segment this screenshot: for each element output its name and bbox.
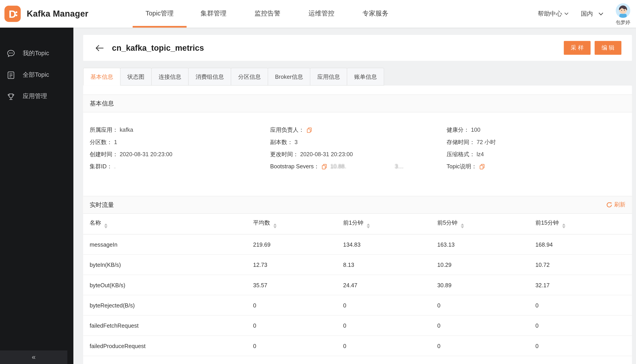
info-field: 健康分： 100 [446, 126, 626, 134]
info-field: 应用负责人： [270, 126, 446, 134]
realtime-metrics-table: 名称 平均数 前1分钟 前5分钟 前15分钟 messageIn 219.69 … [83, 214, 632, 364]
detail-tabs: 基本信息 状态图 连接信息 消费组信息 分区信息 Broker信息 应用信息 账… [83, 68, 632, 86]
sample-button[interactable]: 采 样 [564, 41, 590, 55]
field-value: . [114, 162, 116, 171]
field-label: 所属应用： [90, 126, 118, 134]
sort-icon[interactable] [367, 224, 370, 228]
brand-name: Kafka Manager [27, 9, 88, 19]
column-header-5min: 前5分钟 [431, 214, 529, 234]
copy-icon[interactable] [322, 164, 327, 169]
field-label: 更改时间： [270, 150, 299, 159]
tab-connection-info[interactable]: 连接信息 [151, 68, 188, 86]
column-header-15min: 前15分钟 [529, 214, 632, 234]
detail-card: 基本信息 所属应用： kafka 应用负责人： 健康分： 100 [83, 86, 632, 364]
metric-value: 0 [247, 315, 337, 336]
nav-item-topic[interactable]: Topic管理 [133, 0, 186, 28]
metric-value: 0.64 [337, 356, 431, 364]
field-label: 创建时间： [90, 150, 118, 159]
avatar [616, 3, 630, 18]
metric-value: 0 [247, 295, 337, 315]
tab-broker-info[interactable]: Broker信息 [268, 68, 310, 86]
info-field: 副本数： 3 [270, 138, 446, 146]
sidebar-item-all-topic[interactable]: 全部Topic [0, 64, 74, 86]
sort-icon[interactable] [273, 224, 276, 228]
brand[interactable]: D Kafka Manager [4, 5, 88, 22]
sort-icon[interactable] [562, 224, 565, 228]
copy-icon[interactable] [306, 127, 312, 133]
table-row: byteOut(KB/s) 35.57 24.47 30.89 32.17 [83, 275, 632, 295]
vessel-icon [6, 92, 16, 101]
help-center-label: 帮助中心 [538, 10, 562, 18]
sidebar-item-my-topic[interactable]: 我的Topic [0, 43, 74, 64]
tab-app-info[interactable]: 应用信息 [310, 68, 347, 86]
field-value: 72 小时 [477, 138, 496, 146]
metric-value: 0 [529, 336, 632, 356]
table-row: messageIn 219.69 134.83 163.13 168.94 [83, 234, 632, 254]
field-value: 1 [114, 138, 117, 146]
nav-item-ops[interactable]: 运维管控 [294, 0, 348, 28]
tab-partition-info[interactable]: 分区信息 [231, 68, 268, 86]
basic-info-grid: 所属应用： kafka 应用负责人： 健康分： 100 分区数： [83, 112, 632, 187]
refresh-icon [606, 202, 612, 208]
tab-bill-info[interactable]: 账单信息 [347, 68, 384, 86]
metric-value: 30.89 [431, 275, 529, 295]
metric-value: 0 [529, 295, 632, 315]
user-menu[interactable]: 包梦婷 [616, 3, 630, 26]
app-root: D Kafka Manager Topic管理 集群管理 监控告警 运维管控 专… [0, 0, 636, 364]
sort-icon[interactable] [104, 224, 108, 228]
nav-item-monitor[interactable]: 监控告警 [240, 0, 294, 28]
metric-value: 10.29 [431, 254, 529, 275]
sidebar-item-app-manage[interactable]: 应用管理 [0, 86, 74, 107]
metric-name: byteOut(KB/s) [83, 275, 247, 295]
column-header-label: 前5分钟 [437, 220, 457, 226]
page-title: cn_kafka_topic_metrics [112, 43, 204, 52]
chevron-down-icon [564, 12, 569, 15]
field-label: 健康分： [446, 126, 469, 134]
tab-basic-info[interactable]: 基本信息 [83, 68, 120, 86]
region-label: 国内 [581, 10, 593, 18]
info-field: Bootstrap Severs： 10.88. 3… [270, 162, 446, 171]
metric-value: 163.13 [431, 234, 529, 254]
column-header-name: 名称 [83, 214, 247, 234]
metric-value: 168.94 [529, 234, 632, 254]
sidebar-item-label: 全部Topic [23, 71, 49, 78]
nav-item-expert[interactable]: 专家服务 [348, 0, 402, 28]
help-center-menu[interactable]: 帮助中心 [538, 10, 569, 18]
sidebar-collapse-button[interactable]: « [0, 350, 67, 364]
metric-value: 0 [431, 315, 529, 336]
sidebar: 我的Topic 全部Topic 应用管理 « [0, 28, 74, 364]
header-actions: 采 样 编 辑 [564, 41, 622, 55]
navbar-right: 帮助中心 国内 包梦婷 [538, 0, 630, 28]
metric-value: 219.69 [247, 234, 337, 254]
metric-name: messageIn [83, 234, 247, 254]
tab-consumer-group-info[interactable]: 消费组信息 [188, 68, 231, 86]
region-menu[interactable]: 国内 [581, 10, 604, 18]
tab-status-chart[interactable]: 状态图 [120, 68, 152, 86]
info-field: 集群ID： . [90, 162, 270, 171]
refresh-label: 刷新 [614, 201, 626, 208]
edit-button[interactable]: 编 辑 [595, 41, 622, 55]
field-value: 100 [471, 126, 480, 134]
svg-text:D: D [9, 8, 16, 20]
info-field: 分区数： 1 [90, 138, 270, 146]
metric-value: 0 [247, 336, 337, 356]
metric-value: 134.83 [337, 234, 431, 254]
refresh-button[interactable]: 刷新 [606, 201, 626, 208]
metric-value: 0.77 [529, 356, 632, 364]
nav-item-cluster[interactable]: 集群管理 [186, 0, 240, 28]
section-title: 基本信息 [90, 100, 114, 107]
sort-icon[interactable] [461, 224, 464, 228]
field-value: 2020-08-31 20:23:00 [300, 150, 353, 159]
table-row: byteIn(KB/s) 12.73 8.13 10.29 10.72 [83, 254, 632, 275]
back-button[interactable] [96, 44, 104, 52]
copy-icon[interactable] [479, 164, 484, 169]
main-content: cn_kafka_topic_metrics 采 样 编 辑 基本信息 状态图 … [74, 28, 636, 364]
top-navbar: D Kafka Manager Topic管理 集群管理 监控告警 运维管控 专… [0, 0, 636, 28]
metric-value: 0 [337, 336, 431, 356]
column-header-1min: 前1分钟 [337, 214, 431, 234]
info-field: 创建时间： 2020-08-31 20:23:00 [90, 150, 270, 159]
field-value: lz4 [477, 150, 484, 159]
metric-value: 35.57 [247, 275, 337, 295]
info-field: 所属应用： kafka [90, 126, 270, 134]
metric-value: 0 [431, 336, 529, 356]
